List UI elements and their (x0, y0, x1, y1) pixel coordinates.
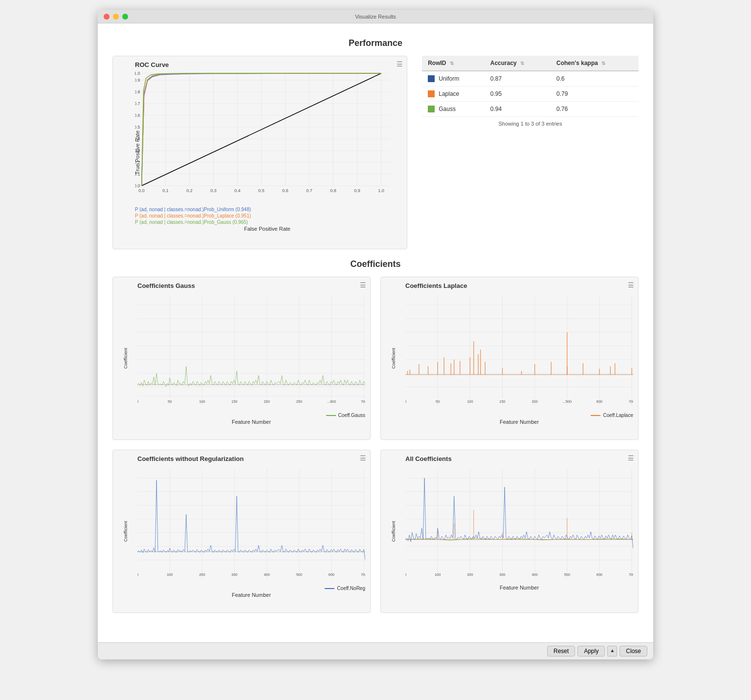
noreg-menu-icon[interactable]: ☰ (360, 454, 366, 462)
maximize-window-button[interactable] (122, 14, 128, 20)
laplace-label: Laplace (439, 90, 459, 97)
svg-text:1.0: 1.0 (135, 71, 140, 76)
performance-table: RowID ⇅ Accuracy ⇅ Cohen's kappa ⇅ (422, 56, 639, 117)
performance-table-container: RowID ⇅ Accuracy ⇅ Cohen's kappa ⇅ (422, 56, 639, 249)
laplace-coeff-svg: 1.0 0.8 0.6 0.4 0.2 0.0 -0.1 (405, 292, 633, 409)
svg-text:0.8: 0.8 (330, 188, 336, 193)
gauss-kappa: 0.76 (551, 102, 639, 117)
col-accuracy[interactable]: Accuracy ⇅ (485, 56, 551, 71)
svg-text:0.8: 0.8 (135, 89, 140, 94)
all-y-label: Coefficient (391, 521, 396, 542)
window-controls (104, 14, 128, 20)
close-button[interactable]: Close (619, 646, 647, 656)
minimize-window-button[interactable] (113, 14, 119, 20)
window-bottom-bar: Reset Apply ▲ Close (98, 642, 653, 659)
svg-text:0.1: 0.1 (162, 188, 169, 193)
svg-text:100: 100 (167, 572, 173, 577)
svg-text:700: 700 (361, 572, 365, 577)
laplace-color-square (428, 90, 435, 97)
sort-rowid-icon: ⇅ (450, 61, 454, 66)
svg-text:200: 200 (199, 572, 205, 577)
gauss-legend-line (326, 415, 336, 416)
uniform-label: Uniform (439, 75, 459, 82)
laplace-kappa: 0.79 (551, 87, 639, 102)
table-row: Uniform 0.87 0.6 (422, 71, 639, 87)
svg-text:0.7: 0.7 (135, 101, 140, 106)
noreg-y-label: Coefficient (123, 521, 128, 542)
svg-text:250: 250 (296, 399, 302, 404)
uniform-accuracy: 0.87 (485, 71, 551, 87)
uniform-color-square (428, 75, 435, 82)
svg-text:0.3: 0.3 (210, 188, 217, 193)
table-footer: Showing 1 to 3 of 3 entries (422, 121, 639, 127)
gauss-y-label: Coefficient (123, 348, 128, 369)
all-chart-title: All Coefficients (405, 455, 633, 462)
svg-text:...500: ...500 (563, 399, 572, 404)
svg-text:100: 100 (467, 399, 473, 404)
row-laplace-id: Laplace (422, 87, 485, 102)
gauss-accuracy: 0.94 (485, 102, 551, 117)
svg-text:500: 500 (296, 572, 302, 577)
roc-svg: 0.0 0.1 0.2 0.3 0.4 0.5 0.6 0.7 0.8 0.9 … (135, 71, 399, 203)
gauss-menu-icon[interactable]: ☰ (360, 281, 366, 289)
reset-button[interactable]: Reset (547, 646, 575, 656)
svg-rect-167 (405, 469, 633, 578)
laplace-chart-title: Coefficients Laplace (405, 282, 633, 289)
all-menu-icon[interactable]: ☰ (628, 454, 634, 462)
svg-text:600: 600 (329, 572, 334, 577)
svg-text:700: 700 (629, 572, 633, 577)
roc-x-axis-label: False Positive Rate (135, 226, 399, 232)
roc-menu-icon[interactable]: ☰ (397, 60, 403, 68)
apply-arrow-up[interactable]: ▲ (607, 646, 617, 656)
svg-text:0.0: 0.0 (135, 183, 140, 188)
roc-legend: P (ad, nonad | classes.=nonad.)Prob_Unif… (135, 207, 399, 225)
all-chart-container: All Coefficients ☰ Coefficient (380, 450, 639, 613)
svg-text:0: 0 (137, 399, 138, 404)
row-gauss-id: Gauss (422, 102, 485, 117)
svg-text:100: 100 (435, 572, 441, 577)
svg-text:200: 200 (467, 572, 473, 577)
svg-text:0: 0 (137, 572, 138, 577)
window-title: Visualize Results (355, 14, 396, 20)
svg-rect-135 (137, 469, 365, 578)
svg-text:200: 200 (264, 399, 269, 404)
close-window-button[interactable] (104, 14, 110, 20)
svg-text:50: 50 (436, 399, 440, 404)
gauss-x-label: Feature Number (137, 419, 365, 425)
svg-text:200: 200 (531, 399, 537, 404)
svg-text:0.9: 0.9 (354, 188, 360, 193)
svg-text:600: 600 (596, 399, 602, 404)
noreg-chart-title: Coefficients without Regularization (137, 455, 365, 462)
roc-chart-container: ROC Curve ☰ True Positive Rate (112, 56, 407, 249)
svg-text:0.7: 0.7 (306, 188, 312, 193)
row-uniform-id: Uniform (422, 71, 485, 87)
svg-text:0.4: 0.4 (234, 188, 241, 193)
title-bar: Visualize Results (98, 10, 653, 23)
apply-button[interactable]: Apply (577, 646, 605, 656)
roc-legend-gauss: P (ad, nonad | classes.=nonad.)Prob_Gaus… (135, 219, 399, 225)
roc-legend-laplace: P (ad, nonad | classes.=nonad.)Prob_Lapl… (135, 213, 399, 219)
table-row: Gauss 0.94 0.76 (422, 102, 639, 117)
col-rowid[interactable]: RowID ⇅ (422, 56, 485, 71)
svg-text:0: 0 (405, 572, 406, 577)
laplace-legend: Coeff.Laplace (405, 413, 633, 418)
laplace-accuracy: 0.95 (485, 87, 551, 102)
laplace-chart-container: Coefficients Laplace ☰ Coefficient (380, 277, 639, 440)
col-kappa[interactable]: Cohen's kappa ⇅ (551, 56, 639, 71)
svg-text:0.9: 0.9 (135, 78, 140, 83)
uniform-kappa: 0.6 (551, 71, 639, 87)
noreg-coeff-svg: 7 6 5 4 3 2 1 0 100 200 (137, 465, 365, 582)
svg-text:0.2: 0.2 (186, 188, 193, 193)
svg-text:400: 400 (531, 572, 537, 577)
top-section: ROC Curve ☰ True Positive Rate (112, 56, 639, 249)
roc-y-axis-label: True Positive Rate (134, 131, 140, 175)
svg-text:700: 700 (629, 399, 633, 404)
coefficients-title: Coefficients (112, 259, 639, 269)
laplace-menu-icon[interactable]: ☰ (628, 281, 634, 289)
noreg-legend-line (325, 588, 334, 589)
main-window: Visualize Results Performance ROC Curve … (98, 10, 653, 659)
svg-rect-45 (137, 296, 365, 405)
all-x-label: Feature Number (405, 585, 633, 591)
noreg-x-label: Feature Number (137, 592, 365, 598)
laplace-legend-label: Coeff.Laplace (603, 413, 633, 418)
